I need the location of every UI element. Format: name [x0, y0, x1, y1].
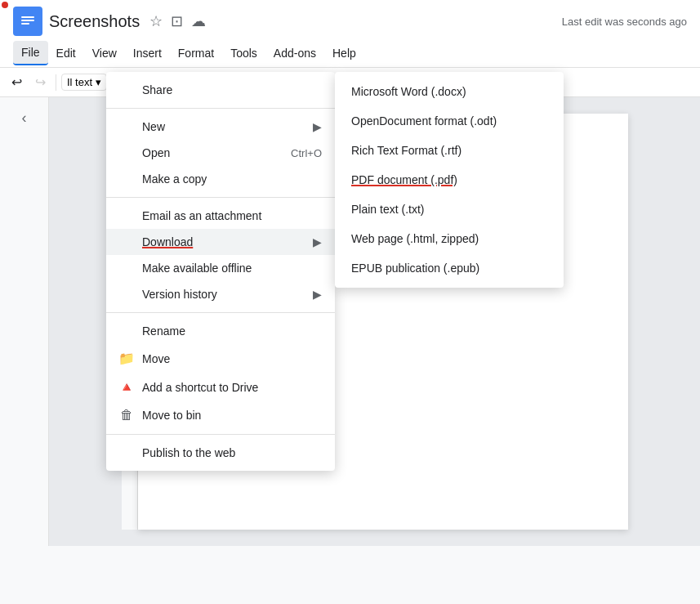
menu-edit[interactable]: Edit: [48, 42, 84, 65]
copy-label: Make a copy: [142, 172, 207, 186]
download-epub[interactable]: EPUB publication (.epub): [335, 253, 564, 283]
toolbar-divider-1: [56, 74, 56, 91]
txt-label: Plain text (.txt): [351, 203, 424, 216]
menu-item-rename[interactable]: Rename: [106, 318, 335, 344]
open-label: Open: [142, 146, 170, 159]
email-label: Email as an attachment: [142, 209, 261, 222]
svg-rect-3: [21, 23, 29, 25]
menu-item-copy[interactable]: Make a copy: [106, 166, 335, 192]
menu-item-shortcut[interactable]: 🔺 Add a shortcut to Drive: [106, 373, 335, 401]
menu-tools[interactable]: Tools: [222, 42, 265, 65]
menu-item-bin[interactable]: 🗑 Move to bin: [106, 401, 335, 429]
title-icons: ☆ ⊡ ☁: [149, 12, 206, 30]
menu-addons[interactable]: Add-ons: [265, 42, 324, 65]
menu-file[interactable]: File: [13, 41, 48, 65]
move-icon: 📁: [119, 351, 134, 366]
menu-help[interactable]: Help: [324, 42, 364, 65]
menu-item-email[interactable]: Email as an attachment: [106, 203, 335, 229]
bin-icon: 🗑: [119, 408, 134, 423]
menu-format[interactable]: Format: [170, 42, 222, 65]
move-label: Move: [142, 352, 170, 365]
style-chevron-icon: ▾: [96, 76, 101, 88]
menu-item-download[interactable]: Download ▶: [106, 229, 335, 255]
download-label: Download: [142, 235, 193, 248]
file-dropdown: Share New ▶ Open Ctrl+O Make a copy Emai…: [106, 72, 335, 471]
doc-icon: [13, 7, 42, 36]
menu-item-new[interactable]: New ▶: [106, 114, 335, 140]
divider-4: [106, 434, 335, 435]
back-nav-btn[interactable]: ‹: [12, 105, 37, 130]
style-label: Il text: [67, 76, 92, 88]
cloud-icon[interactable]: ☁: [191, 12, 206, 30]
divider-3: [106, 312, 335, 313]
menu-item-open[interactable]: Open Ctrl+O: [106, 140, 335, 166]
divider-2: [106, 197, 335, 198]
menu-view[interactable]: View: [84, 42, 125, 65]
download-odt[interactable]: OpenDocument format (.odt): [335, 106, 564, 136]
menu-bar: File Edit View Insert Format Tools Add-o…: [13, 39, 687, 67]
last-edit: Last edit was seconds ago: [562, 16, 687, 28]
docx-label: Microsoft Word (.docx): [351, 85, 466, 98]
offline-label: Make available offline: [142, 262, 252, 275]
divider-1: [106, 108, 335, 109]
download-submenu: Microsoft Word (.docx) OpenDocument form…: [335, 72, 564, 288]
menu-item-publish[interactable]: Publish to the web: [106, 440, 335, 466]
download-chevron-icon: ▶: [313, 235, 322, 248]
epub-label: EPUB publication (.epub): [351, 262, 479, 275]
pdf-label: PDF document (.pdf): [351, 173, 457, 186]
menu-insert[interactable]: Insert: [125, 42, 170, 65]
share-label: Share: [142, 83, 172, 96]
undo-btn[interactable]: ↩: [7, 71, 27, 93]
odt-label: OpenDocument format (.odt): [351, 114, 497, 128]
top-bar: Screenshots ☆ ⊡ ☁ Last edit was seconds …: [0, 0, 700, 68]
menu-item-offline[interactable]: Make available offline: [106, 255, 335, 281]
download-docx[interactable]: Microsoft Word (.docx): [335, 77, 564, 106]
doc-title: Screenshots: [49, 12, 140, 31]
publish-label: Publish to the web: [142, 446, 235, 459]
open-shortcut: Ctrl+O: [291, 147, 322, 159]
svg-rect-2: [21, 20, 34, 21]
red-dot: [2, 2, 8, 8]
new-label: New: [142, 120, 165, 133]
download-rtf[interactable]: Rich Text Format (.rtf): [335, 136, 564, 165]
star-icon[interactable]: ☆: [149, 12, 163, 30]
menu-item-version-history[interactable]: Version history ▶: [106, 281, 335, 307]
new-chevron-icon: ▶: [313, 120, 322, 133]
rename-label: Rename: [142, 324, 185, 338]
download-pdf[interactable]: PDF document (.pdf): [335, 165, 564, 195]
version-history-label: Version history: [142, 288, 217, 301]
menu-item-move[interactable]: 📁 Move: [106, 344, 335, 373]
download-txt[interactable]: Plain text (.txt): [335, 195, 564, 224]
redo-btn[interactable]: ↪: [30, 71, 51, 93]
sidebar-nav: ‹: [0, 97, 49, 546]
download-html[interactable]: Web page (.html, zipped): [335, 224, 564, 253]
style-select[interactable]: Il text ▾: [61, 74, 107, 91]
html-label: Web page (.html, zipped): [351, 232, 479, 245]
bin-label: Move to bin: [142, 409, 201, 422]
version-history-chevron-icon: ▶: [313, 288, 322, 301]
folder-icon[interactable]: ⊡: [171, 12, 183, 30]
shortcut-label: Add a shortcut to Drive: [142, 381, 258, 394]
shortcut-icon: 🔺: [119, 379, 134, 395]
svg-rect-1: [21, 16, 34, 18]
rtf-label: Rich Text Format (.rtf): [351, 144, 461, 157]
menu-item-share[interactable]: Share: [106, 77, 335, 103]
title-row: Screenshots ☆ ⊡ ☁ Last edit was seconds …: [13, 7, 687, 39]
